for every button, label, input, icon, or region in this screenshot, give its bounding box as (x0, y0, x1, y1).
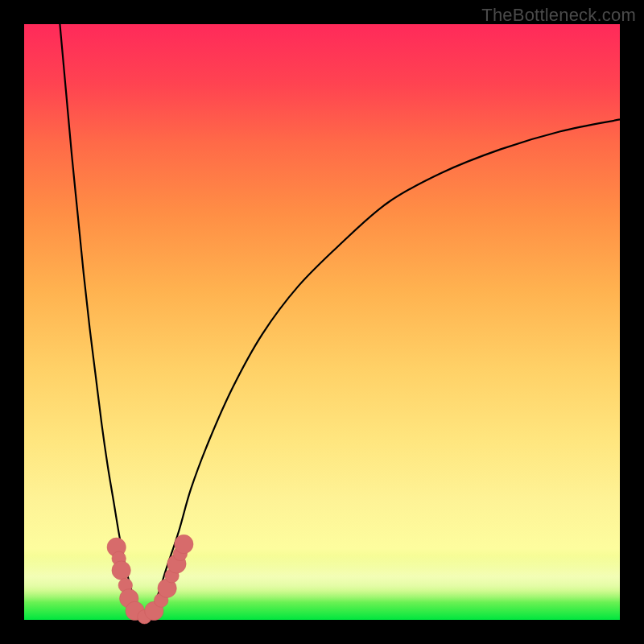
curve-layer (24, 24, 620, 620)
chart-frame: TheBottleneck.com (0, 0, 644, 644)
data-marker (175, 535, 193, 553)
curve-right-branch (143, 119, 620, 620)
curve-left-branch (60, 24, 143, 620)
plot-area (24, 24, 620, 620)
data-marker (112, 561, 130, 580)
watermark-text: TheBottleneck.com (481, 5, 636, 26)
marker-group (107, 535, 193, 624)
